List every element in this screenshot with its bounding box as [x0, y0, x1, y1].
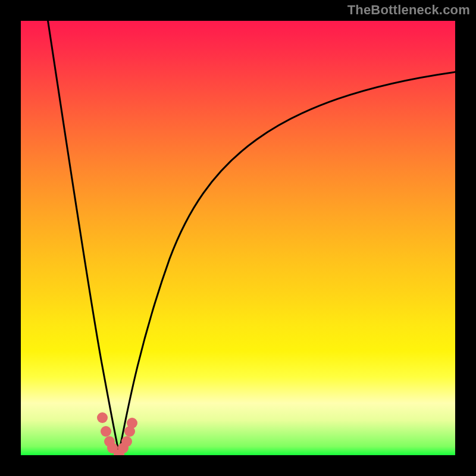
curve-right-branch — [119, 72, 455, 453]
watermark-text: TheBottleneck.com — [347, 2, 470, 18]
marker-dot — [121, 436, 132, 447]
plot-area — [21, 21, 455, 455]
outer-frame: TheBottleneck.com — [0, 0, 476, 476]
marker-dot — [97, 412, 108, 423]
curve-layer — [21, 21, 455, 455]
curve-left-branch — [47, 21, 119, 453]
minimum-markers — [97, 412, 137, 455]
marker-dot — [127, 418, 137, 428]
marker-dot — [101, 426, 111, 437]
